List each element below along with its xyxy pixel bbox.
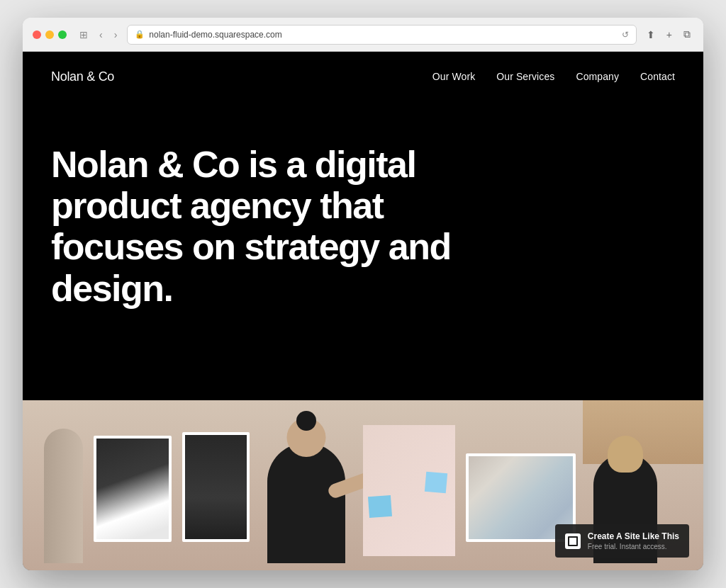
maximize-button[interactable] [58, 30, 67, 39]
website-content: Nolan & Co Our Work Our Services Company… [23, 52, 703, 570]
forward-button[interactable]: › [111, 28, 121, 42]
nav-contact[interactable]: Contact [640, 71, 675, 82]
back-button[interactable]: ‹ [96, 28, 106, 42]
browser-chrome: ⊞ ‹ › 🔒 nolan-fluid-demo.squarespace.com… [23, 18, 703, 52]
nav-our-services[interactable]: Our Services [496, 71, 554, 82]
center-person [260, 407, 352, 563]
person-left-silhouette [44, 429, 83, 563]
site-logo[interactable]: Nolan & Co [51, 69, 114, 84]
nav-our-work[interactable]: Our Work [432, 71, 475, 82]
pink-board [363, 425, 455, 556]
share-button[interactable]: ⬆ [644, 28, 658, 42]
reload-icon[interactable]: ↺ [622, 30, 629, 40]
close-button[interactable] [33, 30, 41, 39]
site-nav: Our Work Our Services Company Contact [432, 71, 675, 82]
url-text: nolan-fluid-demo.squarespace.com [149, 30, 281, 40]
squarespace-badge-text: Create A Site Like This Free trial. Inst… [588, 531, 679, 550]
sidebar-toggle-button[interactable]: ⊞ [77, 28, 91, 42]
browser-window: ⊞ ‹ › 🔒 nolan-fluid-demo.squarespace.com… [23, 18, 703, 570]
browser-controls: ⊞ ‹ › [77, 28, 120, 42]
squarespace-logo-icon [565, 533, 581, 549]
hero-headline: Nolan & Co is a digital product agency t… [51, 144, 476, 309]
squarespace-logo-mark [568, 536, 578, 546]
hero-section: Nolan & Co is a digital product agency t… [23, 101, 703, 570]
tabs-button[interactable]: ⧉ [681, 27, 693, 42]
new-tab-button[interactable]: + [664, 28, 675, 42]
photo-frame-2 [182, 432, 250, 542]
traffic-lights [33, 30, 67, 39]
site-header: Nolan & Co Our Work Our Services Company… [23, 52, 703, 101]
image-strip: Create A Site Like This Free trial. Inst… [23, 400, 703, 570]
squarespace-badge-subtitle: Free trial. Instant access. [588, 543, 679, 550]
squarespace-badge-title: Create A Site Like This [588, 531, 679, 541]
nav-company[interactable]: Company [576, 71, 619, 82]
address-bar[interactable]: 🔒 nolan-fluid-demo.squarespace.com ↺ [127, 25, 636, 45]
photo-frame-1 [94, 436, 172, 542]
lock-icon: 🔒 [135, 30, 145, 39]
squarespace-badge[interactable]: Create A Site Like This Free trial. Inst… [555, 524, 689, 558]
minimize-button[interactable] [45, 30, 54, 39]
browser-actions: ⬆ + ⧉ [644, 27, 693, 42]
